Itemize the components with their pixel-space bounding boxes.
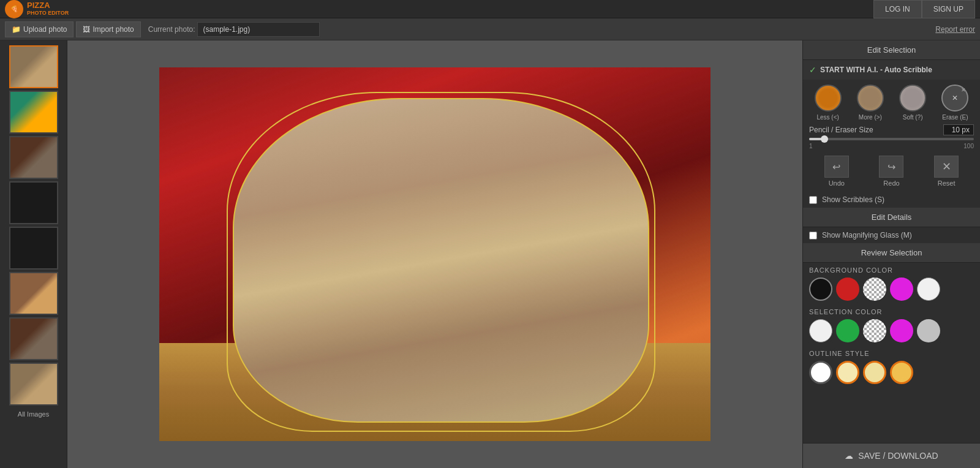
action-row: ↩ Undo ↪ Redo ✕ Reset [803,151,980,192]
tool-erase[interactable]: ✕ Erase (E) [941,85,968,121]
show-magnifying-glass-label[interactable]: Show Magnifying Glass (M) [822,231,912,240]
current-photo-label: Current photo: [148,25,195,34]
thumbnail-2[interactable] [9,91,58,134]
outline-swatch-1[interactable] [809,361,832,384]
tool-less[interactable]: Less (<) [815,85,842,121]
ai-start-label: START WITH A.I. - Auto Scribble [820,66,932,74]
reset-button[interactable]: ✕ [934,156,959,178]
undo-label: Undo [829,179,845,187]
logo-icon: 🍕 [5,0,23,18]
tools-row: Less (<) More (>) Soft (?) ✕ Erase (E) [803,80,980,122]
slider-minmax: 1 100 [809,143,974,149]
sel-swatch-checker[interactable] [863,319,886,342]
show-scribbles-row: Show Scribbles (S) [803,192,980,208]
signup-button[interactable]: SIGN UP [922,0,975,18]
redo-label: Redo [883,179,899,187]
bg-swatch-white[interactable] [917,277,940,301]
bg-swatch-magenta[interactable] [890,277,913,301]
login-button[interactable]: LOG IN [873,0,922,18]
selection-color-swatches [809,319,974,342]
tool-soft[interactable]: Soft (?) [899,85,926,121]
report-error-link[interactable]: Report error [935,25,975,34]
background-color-swatches [809,277,974,301]
outline-style-swatches [809,361,974,384]
auth-bar: 🍕 PIZZA PHOTO EDITOR LOG IN SIGN UP [0,0,980,18]
slider-title: Pencil / Eraser Size [809,126,873,134]
redo-action[interactable]: ↪ Redo [879,156,903,187]
cloud-icon: ☁ [845,451,853,461]
canvas-area[interactable] [67,40,802,468]
import-icon: 🖼 [83,25,90,34]
undo-button[interactable]: ↩ [824,156,849,178]
right-panel: Edit Selection ✓ START WITH A.I. - Auto … [802,40,980,468]
sel-swatch-green[interactable] [836,319,859,342]
tool-more[interactable]: More (>) [857,85,884,121]
less-icon[interactable] [815,85,842,111]
soft-label: Soft (?) [903,114,923,121]
thumbnail-1[interactable] [9,45,58,88]
redo-button[interactable]: ↪ [879,156,903,178]
edit-selection-header: Edit Selection [803,40,980,60]
review-selection-header: Review Selection [803,243,980,263]
slider-track [809,138,974,140]
sel-swatch-gray[interactable] [917,319,940,342]
outline-swatch-3[interactable] [863,361,886,384]
upload-photo-button[interactable]: 📁 Upload photo [5,21,74,37]
erase-label: Erase (E) [942,114,968,121]
more-label: More (>) [859,114,882,121]
less-label: Less (<) [816,114,839,121]
thumbnail-8[interactable] [9,363,58,406]
show-scribbles-checkbox[interactable] [809,196,817,204]
main-canvas[interactable] [159,67,710,441]
background-color-section: BACKGROUND COLOR [803,263,980,304]
slider-value: 10 px [943,124,974,135]
auth-buttons: LOG IN SIGN UP [873,0,975,18]
background-color-label: BACKGROUND COLOR [809,266,974,274]
outline-swatch-2[interactable] [836,361,859,384]
soft-icon[interactable] [899,85,926,111]
import-photo-button[interactable]: 🖼 Import photo [76,21,140,37]
undo-action[interactable]: ↩ Undo [824,156,849,187]
thumbnail-4[interactable] [9,181,58,224]
bg-swatch-checker[interactable] [863,277,886,301]
ai-start-row[interactable]: ✓ START WITH A.I. - Auto Scribble [803,60,980,80]
show-magnifying-glass-row: Show Magnifying Glass (M) [803,227,980,243]
sel-swatch-magenta[interactable] [890,319,913,342]
outline-style-section: OUTLINE STYLE [803,346,980,388]
save-download-button[interactable]: ☁ SAVE / DOWNLOAD [803,443,980,468]
reset-action[interactable]: ✕ Reset [934,156,959,187]
checkmark-icon: ✓ [809,65,816,75]
bear-layer [233,98,649,423]
bg-swatch-red[interactable] [836,277,859,301]
show-scribbles-label[interactable]: Show Scribbles (S) [822,195,884,204]
show-magnifying-glass-checkbox[interactable] [809,232,817,240]
thumbnail-3[interactable] [9,136,58,179]
thumbnail-6[interactable] [9,272,58,315]
reset-label: Reset [938,179,956,187]
outline-style-label: OUTLINE STYLE [809,350,974,357]
sel-swatch-white[interactable] [809,319,832,342]
more-icon[interactable] [857,85,884,111]
current-photo-value: (sample-1.jpg) [197,22,320,37]
all-images-label: All Images [18,410,49,418]
upload-icon: 📁 [12,25,21,34]
app-logo: 🍕 PIZZA PHOTO EDITOR [5,0,69,18]
slider-thumb [821,135,828,143]
pencil-eraser-slider-row: Pencil / Eraser Size 10 px 1 100 [803,122,980,151]
main-content: All Images Edit Selection ✓ START WITH A… [0,40,980,468]
app-name: PIZZA PHOTO EDITOR [27,1,69,16]
erase-icon[interactable]: ✕ [941,85,968,111]
selection-color-section: SELECTION COLOR [803,304,980,346]
selection-color-label: SELECTION COLOR [809,308,974,315]
outline-swatch-4[interactable] [890,361,913,384]
edit-details-header: Edit Details [803,208,980,227]
thumbnail-5[interactable] [9,227,58,270]
bg-swatch-black[interactable] [809,277,832,301]
logo-area: 🍕 PIZZA PHOTO EDITOR [5,0,78,18]
thumbnail-7[interactable] [9,317,58,360]
left-sidebar: All Images [0,40,67,468]
main-toolbar: 📁 Upload photo 🖼 Import photo Current ph… [0,18,980,40]
